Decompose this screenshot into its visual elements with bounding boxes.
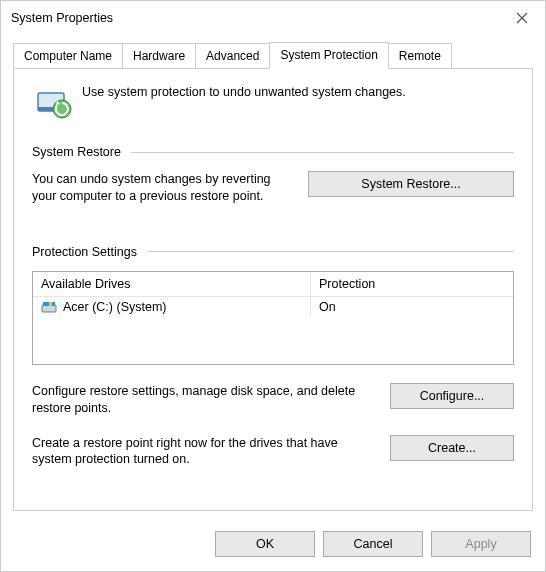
table-row[interactable]: Acer (C:) (System) On	[33, 297, 513, 317]
tab-system-protection[interactable]: System Protection	[269, 42, 388, 69]
create-description: Create a restore point right now for the…	[32, 435, 372, 469]
cancel-button[interactable]: Cancel	[323, 531, 423, 557]
tab-computer-name[interactable]: Computer Name	[13, 43, 123, 69]
drives-table-header: Available Drives Protection	[33, 272, 513, 297]
system-restore-button[interactable]: System Restore...	[308, 171, 514, 197]
tab-remote[interactable]: Remote	[388, 43, 452, 69]
svg-rect-5	[49, 302, 52, 306]
column-header-drives[interactable]: Available Drives	[33, 272, 311, 297]
drive-name: Acer (C:) (System)	[63, 300, 166, 314]
svg-rect-3	[42, 305, 56, 312]
create-row: Create a restore point right now for the…	[32, 435, 514, 469]
tab-hardware[interactable]: Hardware	[122, 43, 196, 69]
section-title-protection-settings: Protection Settings	[32, 245, 137, 259]
system-properties-window: System Properties Computer Name Hardware…	[0, 0, 546, 572]
tab-panel-system-protection: Use system protection to undo unwanted s…	[13, 68, 533, 511]
drive-protection-status: On	[311, 297, 513, 317]
ok-button[interactable]: OK	[215, 531, 315, 557]
section-header-system-restore: System Restore	[32, 145, 514, 159]
configure-row: Configure restore settings, manage disk …	[32, 383, 514, 417]
close-icon[interactable]	[499, 3, 545, 33]
drives-table: Available Drives Protection Acer (C:) (S…	[32, 271, 514, 365]
divider	[131, 152, 514, 153]
tab-advanced[interactable]: Advanced	[195, 43, 270, 69]
tab-strip: Computer Name Hardware Advanced System P…	[13, 41, 533, 68]
create-button[interactable]: Create...	[390, 435, 514, 461]
system-protection-icon	[32, 83, 72, 123]
system-restore-row: You can undo system changes by reverting…	[32, 171, 514, 205]
dialog-footer: OK Cancel Apply	[1, 521, 545, 571]
titlebar: System Properties	[1, 1, 545, 35]
intro-text: Use system protection to undo unwanted s…	[82, 83, 406, 99]
window-title: System Properties	[11, 11, 499, 25]
configure-button[interactable]: Configure...	[390, 383, 514, 409]
column-header-protection[interactable]: Protection	[311, 272, 513, 297]
intro-row: Use system protection to undo unwanted s…	[32, 83, 514, 123]
drive-icon	[41, 300, 57, 314]
apply-button[interactable]: Apply	[431, 531, 531, 557]
tabs-container: Computer Name Hardware Advanced System P…	[1, 35, 545, 68]
divider	[147, 251, 514, 252]
section-header-protection-settings: Protection Settings	[32, 245, 514, 259]
svg-rect-4	[43, 302, 49, 306]
configure-description: Configure restore settings, manage disk …	[32, 383, 372, 417]
system-restore-description: You can undo system changes by reverting…	[32, 171, 290, 205]
svg-rect-6	[52, 302, 55, 306]
section-title-system-restore: System Restore	[32, 145, 121, 159]
